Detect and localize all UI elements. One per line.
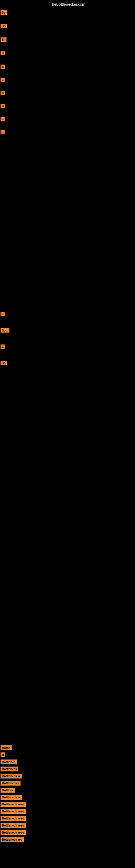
lower-row-l14: Bottleneck res bbox=[1, 837, 134, 842]
badge-m3[interactable]: E bbox=[1, 344, 5, 349]
badge-b10[interactable]: E bbox=[1, 130, 5, 134]
badge-row-6: E bbox=[0, 77, 135, 83]
badge-row-m3: E bbox=[0, 344, 135, 349]
badge-l5[interactable]: Bottleneck re bbox=[1, 774, 22, 778]
lower-row-l8: Bottleneck re bbox=[1, 795, 134, 800]
badge-m1[interactable]: E bbox=[1, 312, 5, 316]
lower-row-l10: Bottleneck resu bbox=[1, 809, 134, 814]
badge-row-10: E bbox=[0, 129, 135, 134]
badge-row-2: Bo bbox=[0, 23, 135, 29]
badge-row-8: B bbox=[0, 103, 135, 108]
lower-row-l12: Bottleneck resu bbox=[1, 823, 134, 828]
badge-l9[interactable]: Bottleneck resu bbox=[1, 802, 26, 807]
chart-empty-area bbox=[0, 135, 135, 311]
badge-row-4: B bbox=[0, 51, 135, 56]
page-wrapper: TheBottlenecker.com Bo Bo B4 B B E B B E bbox=[0, 0, 135, 845]
chart-area: Bo Bo B4 B B E B B E E bbox=[0, 10, 135, 742]
lower-row-l7: Bottlene bbox=[1, 788, 134, 793]
lower-row-l11: Bottleneck resu bbox=[1, 816, 134, 821]
badge-l12[interactable]: Bottleneck resu bbox=[1, 823, 26, 828]
badge-row-m2: Bottl bbox=[0, 328, 135, 333]
badge-b7[interactable]: B bbox=[1, 91, 5, 95]
badge-b6[interactable]: E bbox=[1, 78, 5, 82]
badge-b2[interactable]: Bo bbox=[1, 24, 7, 28]
lower-row-l1: Bottle bbox=[1, 745, 134, 750]
lower-section: Bottle B Bottlenec Bottleneck Bottleneck… bbox=[0, 742, 135, 845]
badge-l14[interactable]: Bottleneck res bbox=[1, 837, 24, 842]
lower-row-l9: Bottleneck resu bbox=[1, 802, 134, 807]
badge-m4[interactable]: Bo bbox=[1, 361, 7, 365]
badge-l8[interactable]: Bottleneck re bbox=[1, 795, 22, 800]
lower-row-l5: Bottleneck re bbox=[1, 774, 134, 778]
badge-row-7: B bbox=[0, 90, 135, 95]
badge-row-5: B bbox=[0, 64, 135, 69]
badge-l3[interactable]: Bottlenec bbox=[1, 760, 17, 764]
badge-l7[interactable]: Bottlene bbox=[1, 788, 15, 793]
badge-row-3: B4 bbox=[0, 37, 135, 42]
badge-l11[interactable]: Bottleneck resu bbox=[1, 816, 26, 821]
lower-row-l6: Bottleneck r bbox=[1, 781, 134, 785]
badge-b9[interactable]: E bbox=[1, 117, 5, 121]
badge-b5[interactable]: B bbox=[1, 65, 5, 69]
badge-b4[interactable]: B bbox=[1, 51, 5, 55]
badge-l4[interactable]: Bottleneck bbox=[1, 767, 18, 771]
badge-l2[interactable]: B bbox=[1, 752, 5, 757]
lower-row-l4: Bottleneck bbox=[1, 767, 134, 771]
badge-row-1: Bo bbox=[0, 10, 135, 15]
site-title: TheBottlenecker.com bbox=[0, 0, 135, 8]
chart-empty-area-2 bbox=[0, 366, 135, 420]
lower-row-l13: Bottleneck resu bbox=[1, 830, 134, 835]
badge-b8[interactable]: B bbox=[1, 104, 5, 108]
badge-row-9: E bbox=[0, 116, 135, 122]
badge-l1[interactable]: Bottle bbox=[1, 745, 12, 750]
badge-b3[interactable]: B4 bbox=[1, 37, 6, 42]
badge-l6[interactable]: Bottleneck r bbox=[1, 781, 20, 785]
badge-row-m4: Bo bbox=[0, 360, 135, 366]
lower-row-l2: B bbox=[1, 752, 134, 757]
badge-b1[interactable]: Bo bbox=[1, 10, 7, 14]
badge-m2[interactable]: Bottl bbox=[1, 328, 9, 333]
badge-l10[interactable]: Bottleneck resu bbox=[1, 809, 26, 814]
badge-row-m1: E bbox=[0, 311, 135, 317]
badge-l13[interactable]: Bottleneck resu bbox=[1, 830, 26, 835]
lower-row-l3: Bottlenec bbox=[1, 760, 134, 764]
